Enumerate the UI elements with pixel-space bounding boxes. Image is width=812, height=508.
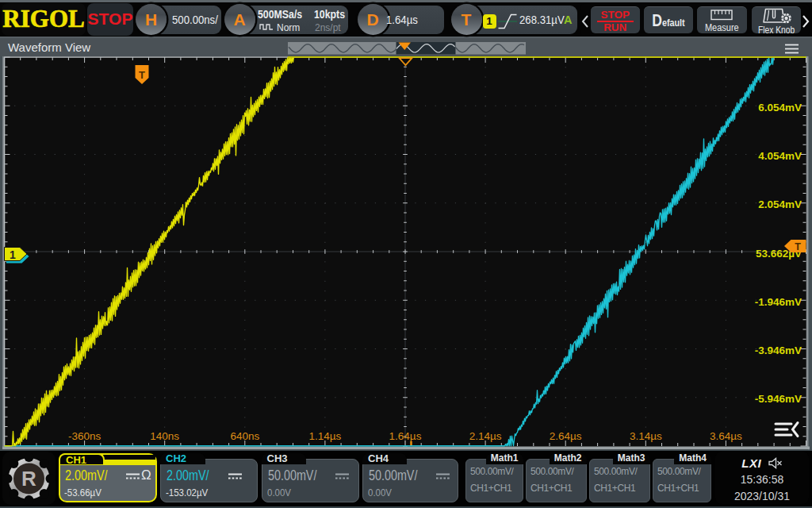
svg-text:T: T bbox=[795, 241, 801, 252]
svg-text:R: R bbox=[21, 467, 36, 491]
svg-text:-5.946mV: -5.946mV bbox=[755, 393, 802, 405]
svg-text:-1.946mV: -1.946mV bbox=[755, 296, 802, 308]
svg-text:2.14µs: 2.14µs bbox=[469, 430, 502, 442]
svg-text:2.054mV: 2.054mV bbox=[758, 198, 802, 210]
svg-text:-3.946mV: -3.946mV bbox=[755, 344, 802, 356]
svg-text:4.054mV: 4.054mV bbox=[758, 150, 802, 162]
svg-text:6.054mV: 6.054mV bbox=[758, 102, 802, 114]
svg-text:3.64µs: 3.64µs bbox=[710, 430, 742, 442]
svg-text:-360ns: -360ns bbox=[68, 430, 102, 442]
svg-text:2.64µs: 2.64µs bbox=[550, 430, 582, 442]
svg-text:T: T bbox=[139, 69, 145, 81]
svg-text:640ns: 640ns bbox=[230, 430, 259, 442]
svg-text:3.14µs: 3.14µs bbox=[630, 430, 662, 442]
svg-text:1.64µs: 1.64µs bbox=[389, 430, 422, 442]
svg-text:1: 1 bbox=[10, 248, 16, 261]
svg-text:1.14µs: 1.14µs bbox=[308, 430, 341, 442]
svg-text:140ns: 140ns bbox=[150, 430, 179, 442]
